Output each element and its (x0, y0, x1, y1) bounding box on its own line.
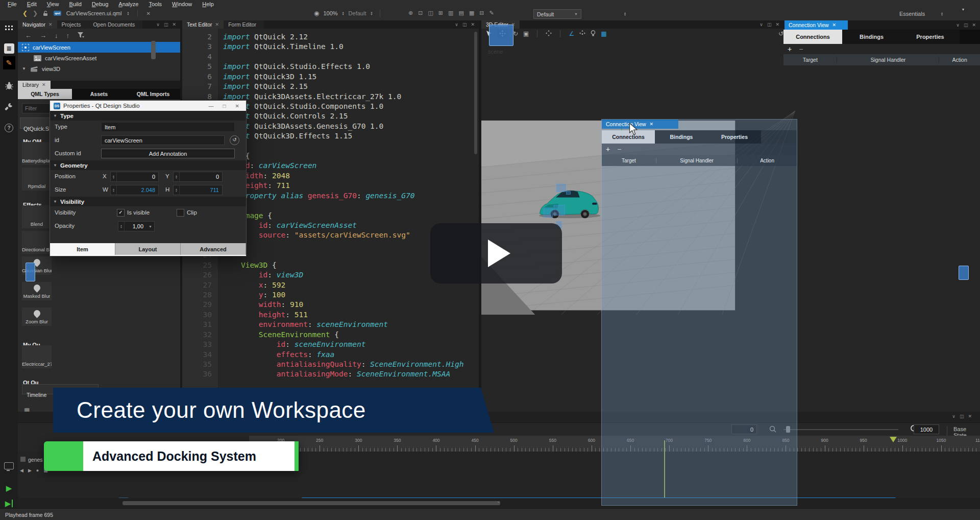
track-label[interactable]: genes (28, 457, 43, 463)
pane-float-icon[interactable]: ◫ (964, 22, 968, 28)
pane-menu-icon[interactable]: ∨ (956, 22, 960, 28)
pane-menu-icon[interactable]: ∨ (156, 22, 160, 27)
perspective-selector[interactable]: Essentials (899, 11, 925, 17)
zoom-level[interactable]: 100% (323, 10, 337, 16)
pane-close-icon[interactable]: ✕ (775, 22, 779, 27)
remove-connection-icon[interactable]: − (617, 145, 621, 153)
next-keyframe-icon[interactable]: ▶ (28, 468, 32, 473)
position-x-field[interactable]: ▲▼0 (110, 172, 159, 182)
device-select-icon[interactable] (2, 460, 16, 472)
clip-checkbox[interactable] (177, 209, 184, 217)
geometry-section-header[interactable]: Geometry (50, 160, 246, 170)
prev-keyframe-icon[interactable]: ◀ (20, 468, 23, 473)
pane-float-icon[interactable]: ◫ (164, 22, 168, 27)
open-file-name[interactable]: CarViewScreen.ui.qml (66, 10, 122, 16)
menu-item[interactable]: Window (167, 1, 197, 7)
timeline-scroll-thumb[interactable] (122, 501, 500, 505)
menu-item[interactable]: File (3, 1, 21, 7)
properties-tab[interactable]: Item (50, 243, 115, 255)
end-frame-input[interactable]: 1000 (914, 424, 939, 434)
help-icon[interactable]: ? (2, 122, 16, 134)
properties-tab[interactable]: Layout (115, 243, 181, 255)
toggle-grid-icon[interactable]: ▦ (601, 31, 606, 37)
maximize-icon[interactable]: □ (220, 103, 229, 109)
editor-tab[interactable]: Form Editor (224, 20, 264, 29)
style-selector[interactable]: Default (349, 10, 366, 16)
tools-icon[interactable] (2, 100, 16, 112)
perspective-stepper[interactable]: ▲▼ (941, 12, 943, 16)
is-visible-checkbox[interactable]: ✓ (117, 209, 125, 217)
toolbar-icon[interactable]: ⊞ (436, 10, 446, 16)
toolbar-icon[interactable]: ⊡ (415, 10, 425, 16)
playhead-marker[interactable] (890, 437, 897, 446)
perspective-camera-icon[interactable]: ∠ (569, 31, 574, 37)
library-block[interactable]: Gaussian Blur (20, 256, 180, 282)
close-icon[interactable]: ✕ (232, 103, 242, 109)
position-y-field[interactable]: ▲▼0 (173, 172, 223, 182)
pane-float-icon[interactable]: ◫ (767, 22, 772, 27)
dragged-panel-tab[interactable]: Connection View✕ (602, 120, 678, 129)
add-annotation-button[interactable]: Add Annotation (101, 149, 235, 158)
menu-item[interactable]: Tools (144, 1, 166, 7)
library-block[interactable]: Zoom Blur (20, 308, 180, 333)
toolbar-icon[interactable]: ◫ (425, 10, 435, 16)
toolbar-icon[interactable]: ▤ (456, 10, 466, 16)
fit-selected-icon[interactable] (546, 30, 552, 37)
edit-light-icon[interactable] (591, 30, 596, 38)
type-section-header[interactable]: Type (50, 111, 246, 121)
back-icon[interactable]: ❮ (22, 10, 28, 17)
editor-scrollbar[interactable] (474, 32, 477, 154)
toolbar-icon[interactable]: ▥ (446, 10, 456, 16)
menu-item[interactable]: Analyze (114, 1, 143, 7)
pane-menu-icon[interactable]: ∨ (455, 22, 458, 27)
track-icon[interactable] (20, 457, 26, 462)
library-category-tab[interactable]: QML Imports (126, 89, 180, 99)
id-field[interactable]: carViewScreen (101, 135, 225, 145)
library-category-tab[interactable]: Assets (72, 89, 126, 99)
library-block[interactable]: Electriccar_27k (20, 345, 180, 371)
dialog-titlebar[interactable]: DS Properties - Qt Design Studio — □ ✕ (50, 101, 246, 111)
add-connection-icon[interactable]: + (606, 145, 610, 153)
visibility-section-header[interactable]: Visibility (50, 197, 246, 206)
file-switch-stepper[interactable]: ▲▼ (127, 11, 129, 15)
navigator-tab[interactable]: Navigator✕ (18, 20, 57, 29)
opacity-field[interactable]: ▲▼1,00▼ (118, 221, 155, 231)
close-document-icon[interactable]: ✕ (146, 11, 150, 16)
menu-item[interactable]: Debug (87, 1, 113, 7)
pane-menu-icon[interactable]: ∨ (760, 22, 763, 27)
pane-menu-icon[interactable]: ∨ (952, 414, 955, 419)
global-orientation-icon[interactable] (579, 30, 585, 37)
design-mode-icon[interactable]: ✎ (2, 57, 16, 69)
editor-tab[interactable]: Text Editor✕ (182, 20, 224, 29)
tree-item-carViewScreenAsset[interactable]: carViewScreenAsset (18, 53, 180, 63)
pane-close-icon[interactable]: ✕ (471, 22, 475, 27)
video-play-button[interactable] (430, 223, 562, 283)
timeline-zoom-slider[interactable] (783, 429, 898, 430)
move-up-icon[interactable]: ↑ (66, 32, 70, 39)
reset-id-icon[interactable]: ↺ (230, 135, 239, 145)
connection-view-tab[interactable]: Connection View✕ (785, 20, 848, 30)
move-down-icon[interactable]: ↓ (55, 32, 58, 39)
dragged-panel-tab-item[interactable]: Bindings (655, 130, 708, 144)
state-selector[interactable]: Default▼ (533, 9, 581, 19)
navigator-scrollbar[interactable] (151, 41, 156, 59)
filter-icon[interactable] (78, 32, 84, 38)
size-h-field[interactable]: ▲▼711 (173, 185, 223, 195)
pane-close-icon[interactable]: ✕ (968, 414, 972, 419)
library-tab[interactable]: Library✕ (18, 81, 51, 89)
navigator-tab[interactable]: Projects (57, 20, 89, 29)
pane-close-icon[interactable]: ✕ (172, 22, 176, 27)
style-stepper[interactable]: ▲▼ (370, 11, 373, 15)
toolbar-icon[interactable]: ✎ (487, 10, 497, 16)
debug-mode-icon[interactable] (2, 80, 16, 92)
tree-item-carViewScreen[interactable]: carViewScreen (18, 42, 180, 53)
toolbar-icon[interactable]: ▦ (467, 10, 477, 16)
move-right-icon[interactable]: → (40, 32, 46, 39)
preview-play-icon[interactable]: ◉ (314, 10, 319, 17)
navigator-tab[interactable]: Open Documents (88, 20, 142, 29)
forward-icon[interactable]: ❯ (33, 10, 38, 17)
move-left-icon[interactable]: ← (25, 32, 32, 39)
zoom-stepper[interactable]: ▲▼ (342, 11, 345, 15)
toolbar-icon[interactable]: ⊕ (406, 10, 415, 16)
reset-view-icon[interactable]: ↺ (778, 31, 783, 37)
